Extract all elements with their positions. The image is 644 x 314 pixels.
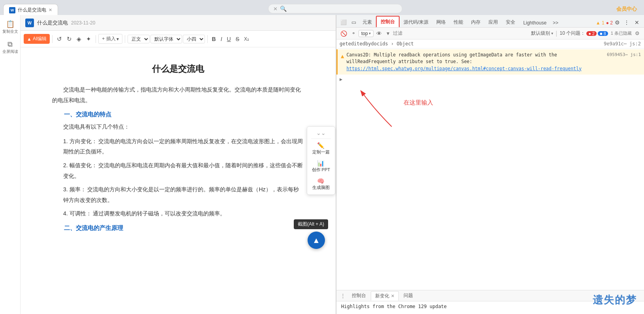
search-icon: 🔍 [280, 6, 287, 12]
console-toggle-row[interactable]: ▶ [336, 75, 644, 83]
devtools-bottom-tabs: ⋮ 控制台 新变化 ✕ 问题 [336, 290, 644, 301]
devtools-alerts: ▲ 1 ● 2 [596, 20, 613, 27]
undo-button[interactable]: ↺ [55, 34, 64, 44]
path-text: geteditedbydocids › Object [340, 41, 414, 47]
tab-close-icon[interactable]: ✕ [49, 7, 52, 13]
devtools-close-icon[interactable]: ✕ [631, 18, 642, 27]
tab-more[interactable]: >> [550, 18, 561, 27]
ai-fab[interactable]: ▲ [308, 232, 325, 249]
item2-text: 交流电的电压和电流在周期内会有最大值和最小值，随着时间的推移，这些值会不断变化。 [63, 162, 303, 179]
item2-label: 2. 幅值变化： [63, 162, 97, 168]
console-path-row: geteditedbydocids › Object 9e9a91c⋯ js:2 [336, 39, 644, 49]
devtools-tabs: ⬜ ▭ 元素 控制台 源代码/来源 网络 性能 内存 应用 安全 Lightho… [336, 15, 644, 28]
clear-icon[interactable]: ✕ [273, 6, 278, 12]
tab-application[interactable]: 应用 [484, 17, 502, 27]
float-collapse-btn[interactable]: ⌄⌄ [313, 129, 329, 137]
content-para2: 交流电具有以下几个特点： [52, 121, 304, 132]
vip-center[interactable]: 会员中心 [612, 4, 641, 15]
sidebar-copy[interactable]: 📋 复制全文 [2, 20, 18, 34]
devtools-menu-icon[interactable]: ⋮ [622, 18, 631, 27]
content-section2: 二、交流电的产生原理 [52, 224, 304, 232]
tab-console[interactable]: 控制台 [376, 16, 400, 28]
doc-icon: W [25, 19, 34, 27]
tab-lighthouse[interactable]: Lighthouse [519, 18, 550, 27]
bold-button[interactable]: B [210, 35, 218, 43]
browser-tab[interactable]: W 什么是交流电 ✕ [3, 4, 58, 15]
strikethrough-button[interactable]: S [234, 35, 241, 43]
redo-button[interactable]: ↻ [65, 34, 74, 44]
content-para1: 交流电是一种电能的传输方式，指电流方向和大小周期性地反复变化。交流电的本质是随时… [52, 84, 304, 105]
ai-edit-button[interactable]: ▲ AI编辑 [24, 34, 50, 44]
editor-header: W 什么是交流电 2023-11-20 [21, 15, 336, 31]
content-item2: 2. 幅值变化： 交流电的电压和电流在周期内会有最大值和最小值，随着时间的推移，… [52, 160, 304, 181]
context-value: top [361, 31, 368, 36]
alert-warn-badge: ▲ 1 [596, 20, 605, 26]
context-selector[interactable]: top ▾ [359, 30, 374, 37]
float-mindmap-btn[interactable]: 🧠 生成脑图 [309, 176, 333, 192]
size-select[interactable]: 小四 [183, 35, 205, 43]
item1-label: 1. 方向变化： [63, 138, 97, 144]
tab-source[interactable]: 源代码/来源 [400, 17, 432, 27]
fullscreen-icon: ⧉ [8, 40, 13, 49]
filter-toggle-icon[interactable]: ⚬ [350, 30, 357, 37]
dt-inspect-icon[interactable]: ⬜ [338, 18, 349, 27]
devtools-bottom: ⋮ 控制台 新变化 ✕ 问题 Highlights from the Chrom… [336, 290, 644, 314]
subscript-button[interactable]: X₂ [242, 35, 251, 43]
eye-icon[interactable]: 👁 [375, 30, 383, 37]
issues-hidden-label: 1 条已隐藏 [611, 30, 632, 36]
item4-text: 通过调整发电机的转子磁场，可以改变交流电的频率。 [93, 210, 225, 217]
dt-device-icon[interactable]: ▭ [349, 18, 359, 27]
insert-button[interactable]: + 插入 ▾ [98, 34, 122, 44]
underline-button[interactable]: U [225, 35, 233, 43]
item3-label: 3. 频率： [63, 186, 86, 193]
bottom-tab-close[interactable]: ✕ [391, 293, 394, 299]
tab-title: 什么是交流电 [18, 7, 46, 13]
item3-text: 交流电的方向和大小变化是以一定的频率进行的。频率的单位是赫兹（Hz），表示每秒钟… [63, 186, 299, 203]
eraser-button[interactable]: ✦ [84, 34, 93, 44]
bottom-tab-changes[interactable]: 新变化 ✕ [371, 291, 399, 301]
settings-icon-right[interactable]: ⚙ [633, 30, 642, 37]
editor-doc-date: 2023-11-20 [71, 20, 95, 26]
editor-content[interactable]: 什么是交流电 交流电是一种电能的传输方式，指电流方向和大小周期性地反复变化。交流… [21, 47, 336, 314]
clear-format-button[interactable]: ◈ [75, 34, 83, 44]
context-chevron: ▾ [369, 31, 371, 36]
warning-source: 6959453⋯ js:1 [607, 52, 641, 58]
tab-elements[interactable]: 元素 [359, 17, 376, 27]
italic-button[interactable]: I [219, 35, 224, 43]
issues-warn-badge: ● 2 [586, 31, 597, 36]
devtools-content: geteditedbydocids › Object 9e9a91c⋯ js:2… [336, 39, 644, 290]
ppt-icon: 📊 [312, 160, 330, 167]
doc-icon-small: W [9, 7, 15, 13]
clear-console-icon[interactable]: 🚫 [339, 30, 349, 37]
annotation-text: 在这里输入 [404, 99, 433, 107]
warning-text: Canvas2D: Multiple readback operations u… [346, 52, 557, 64]
bottom-tab-console[interactable]: 控制台 [348, 291, 370, 300]
tab-memory[interactable]: 内存 [467, 17, 484, 27]
float-ppt-btn[interactable]: 📊 创作 PPT [309, 158, 333, 174]
float-customize-btn[interactable]: ✏️ 定制一篇 [309, 140, 333, 157]
sidebar-fullscreen[interactable]: ⧉ 全屏阅读 [2, 40, 18, 54]
tab-security[interactable]: 安全 [502, 17, 519, 27]
screenshot-tooltip: 截图(Alt + A) [294, 219, 328, 229]
issues-err-badge: ■ 8 [598, 31, 608, 36]
format-select[interactable]: 正文 [128, 35, 150, 43]
devtools-settings-icon[interactable]: ⚙ [613, 18, 622, 27]
tab-bar: W 什么是交流电 ✕ ✕ 🔍 会员中心 [0, 0, 644, 15]
bottom-menu-icon[interactable]: ⋮ [339, 292, 347, 299]
editor-toolbar: ▲ AI编辑 ↺ ↻ ◈ ✦ + 插入 ▾ 正文 默认字体 [21, 31, 336, 47]
level-chevron[interactable]: ▾ [551, 31, 553, 36]
left-sidebar: 📋 复制全文 ⧉ 全屏阅读 [0, 15, 21, 314]
copy-icon: 📋 [6, 20, 15, 28]
annotation-area: 在这里输入 [336, 83, 644, 290]
tab-performance[interactable]: 性能 [450, 17, 467, 27]
bottom-tab-changes-label: 新变化 [375, 293, 389, 299]
console-warning-row: ▲ Canvas2D: Multiple readback operations… [336, 49, 644, 75]
item4-label: 4. 可调性： [63, 210, 92, 217]
bottom-tab-issues[interactable]: 问题 [400, 291, 417, 300]
editor-panel: W 什么是交流电 2023-11-20 ▲ AI编辑 ↺ ↻ ◈ ✦ + 插入 … [21, 15, 336, 314]
warning-link[interactable]: https://html.spec.whatwg.org/multipage/c… [346, 66, 581, 71]
tab-network[interactable]: 网络 [432, 17, 450, 27]
font-select[interactable]: 默认字体 [150, 35, 182, 43]
issues-divider: | [556, 30, 557, 37]
mindmap-icon: 🧠 [312, 178, 330, 185]
